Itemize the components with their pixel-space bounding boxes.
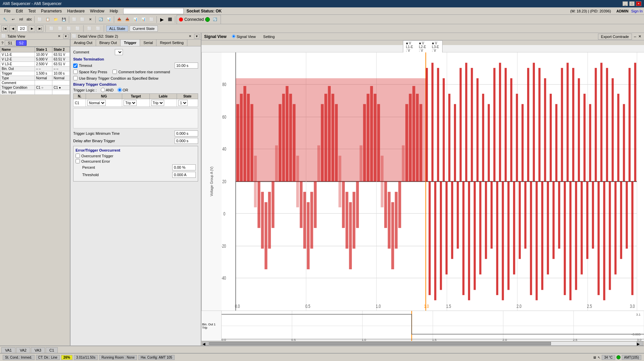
tb-state-5[interactable]: ⬜ <box>86 25 93 32</box>
tb-btn-play[interactable]: ▶ <box>158 16 166 23</box>
oc-threshold-input[interactable] <box>172 172 196 178</box>
menu-test[interactable]: Test <box>26 8 38 14</box>
svg-rect-80 <box>434 182 436 300</box>
state-select-1[interactable]: 1 <box>178 100 188 106</box>
detail-view-close[interactable]: ✕ <box>187 34 193 38</box>
tab-trigger[interactable]: Trigger <box>121 40 140 46</box>
svg-rect-117 <box>539 68 541 182</box>
bottom-tab-va3[interactable]: VA3 <box>31 347 45 353</box>
tb-btn-14[interactable]: 📤 <box>116 16 123 23</box>
current-state-button[interactable]: Current State <box>130 26 157 32</box>
use-binary-trigger-checkbox[interactable] <box>73 76 78 80</box>
target-select-1[interactable]: Trip <box>124 100 137 106</box>
close-signal-icon[interactable]: ✕ <box>638 34 641 39</box>
tb-btn-refresh[interactable]: 🔄 <box>211 16 219 23</box>
tab-setting[interactable]: Setting <box>260 34 278 39</box>
search-input[interactable] <box>123 8 184 14</box>
scroll-right-btn[interactable]: ▶ <box>637 342 643 346</box>
ng-select-1[interactable]: Normal <box>87 100 106 106</box>
delay-input[interactable] <box>175 138 198 144</box>
tab-serial[interactable]: Serial <box>140 40 156 46</box>
tb-btn-8[interactable]: 💾 <box>60 16 67 23</box>
nav-prev[interactable]: ◀ <box>9 25 16 32</box>
s1-tab[interactable]: S1 <box>5 40 15 46</box>
tb-state-1[interactable]: ⬜ <box>48 25 55 32</box>
cell-name-4: Trigger <box>0 71 35 76</box>
svg-rect-149 <box>629 68 631 182</box>
menu-edit[interactable]: Edit <box>13 8 26 14</box>
tb-state-3[interactable]: ⬜ <box>65 25 73 32</box>
tb-state-2[interactable]: ⬜ <box>56 25 64 32</box>
and-radio[interactable] <box>101 88 105 92</box>
tb-btn-17[interactable]: 📊 <box>140 16 147 23</box>
oc-trigger-checkbox[interactable] <box>76 154 80 158</box>
detail-view-expand[interactable]: ▼ <box>194 34 199 39</box>
tb-btn-5[interactable]: ⬜ <box>36 16 43 23</box>
tb-btn-3[interactable]: rel <box>17 16 25 23</box>
bottom-tab-va2[interactable]: VA2 <box>16 347 30 353</box>
svg-rect-96 <box>479 182 481 274</box>
scroll-thumb[interactable] <box>209 342 551 345</box>
tb-state-4[interactable]: ⬜ <box>74 25 81 32</box>
s2-tab[interactable]: S2 <box>16 40 27 46</box>
expand-icon[interactable]: ↔ <box>633 35 637 39</box>
svg-text:1.0: 1.0 <box>424 303 429 309</box>
nav-first[interactable]: |◀ <box>1 25 8 32</box>
tb-btn-2[interactable]: ↩ <box>9 16 17 23</box>
cell-s1-5: Normal <box>35 76 52 81</box>
scroll-track[interactable] <box>209 342 637 346</box>
oc-error-checkbox[interactable] <box>76 159 80 163</box>
scroll-left-btn[interactable]: ◀ <box>202 342 209 346</box>
nav-last[interactable]: ▶| <box>37 25 43 32</box>
svg-rect-60 <box>363 104 366 182</box>
timeout-input[interactable] <box>175 63 198 69</box>
comment-rise-checkbox[interactable] <box>112 70 117 74</box>
help-icon[interactable]: ? <box>1 41 3 45</box>
min-time-input[interactable] <box>175 130 198 136</box>
tb-btn-11[interactable]: ✕ <box>87 16 94 23</box>
tb-btn-1[interactable]: 🔧 <box>1 16 9 23</box>
tb-btn-6[interactable]: 📋 <box>44 16 51 23</box>
menu-window[interactable]: Window <box>87 8 107 14</box>
tb-btn-7[interactable]: 📁 <box>52 16 59 23</box>
timeout-checkbox[interactable] <box>73 64 78 68</box>
tb-btn-16[interactable]: 📊 <box>132 16 139 23</box>
sign-in-link[interactable]: Sign In <box>631 9 643 13</box>
tab-report-setting[interactable]: Report Setting <box>156 40 187 46</box>
spacekey-checkbox[interactable] <box>73 70 78 74</box>
tb-btn-13[interactable]: 📊 <box>105 16 112 23</box>
menu-parameters[interactable]: Parameters <box>38 8 64 14</box>
menu-help[interactable]: Help <box>107 8 121 14</box>
export-comtrade-button[interactable]: Export Comtrade <box>598 34 632 40</box>
bottom-tab-va1[interactable]: VA1 <box>1 347 15 353</box>
menu-file[interactable]: File <box>1 8 13 14</box>
bottom-tab-c1[interactable]: C1 <box>46 347 58 353</box>
maximize-button[interactable]: □ <box>629 1 635 6</box>
tb-btn-18[interactable]: ⬜ <box>148 16 155 23</box>
nav-next[interactable]: ▶ <box>29 25 35 32</box>
minimize-button[interactable]: _ <box>623 1 628 6</box>
lable-select-1[interactable]: Trip <box>151 100 164 106</box>
tb-btn-4[interactable]: abc <box>26 16 33 23</box>
svg-rect-46 <box>314 182 317 228</box>
svg-rect-27 <box>247 94 249 182</box>
horizontal-scrollbar[interactable]: ◀ ▶ <box>201 341 644 346</box>
tb-btn-15[interactable]: 📥 <box>124 16 131 23</box>
tb-btn-12[interactable]: 🔄 <box>97 16 104 23</box>
close-button[interactable]: ✕ <box>636 1 641 6</box>
tb-btn-9[interactable]: ⬜ <box>71 16 78 23</box>
tb-btn-10[interactable]: ⬜ <box>79 16 86 23</box>
tb-state-6[interactable]: ⬜ <box>94 25 102 32</box>
oc-percent-input[interactable] <box>172 164 196 170</box>
table-view-expand[interactable]: ▼ <box>63 34 68 39</box>
or-radio[interactable] <box>118 88 122 92</box>
tab-binary-out[interactable]: Binary Out <box>96 40 121 46</box>
table-view-close[interactable]: ✕ <box>56 34 62 38</box>
comment-dropdown[interactable] <box>115 49 123 55</box>
signal-view-radio[interactable] <box>232 35 235 38</box>
tb-btn-stop[interactable]: ⬛ <box>166 16 174 23</box>
tab-analog-out[interactable]: Analog Out <box>71 40 96 46</box>
tab-signal-view[interactable]: Signal View <box>229 34 259 39</box>
menu-hardware[interactable]: Hardware <box>64 8 87 14</box>
all-state-button[interactable]: ALL State <box>106 26 128 32</box>
